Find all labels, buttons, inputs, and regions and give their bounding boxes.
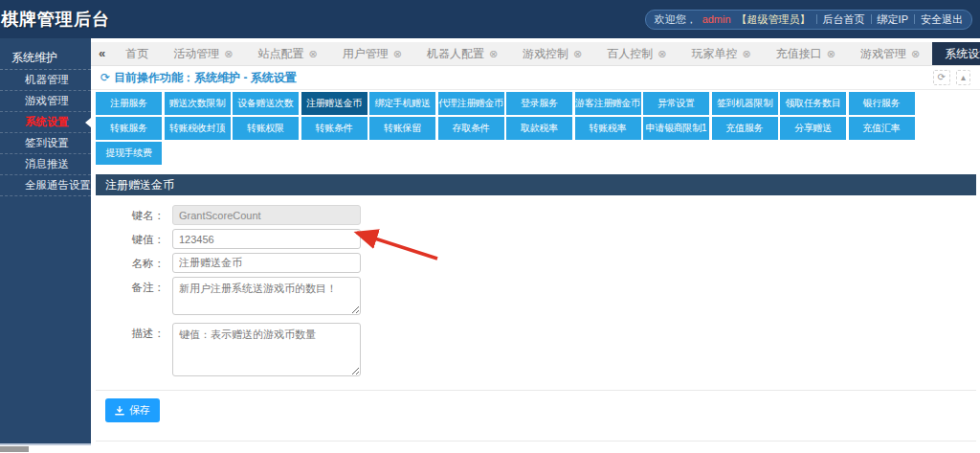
tabs-scroll-area: « 首页 活动管理 ⊗ 站点配置 ⊗ 用户管理 ⊗ 机器人配置 ⊗ 游戏控制 — [91, 42, 980, 65]
sidebar-item-label: 签到设置 — [25, 137, 69, 148]
settings-nav-button[interactable]: 存取条件 — [438, 117, 504, 140]
settings-nav-button[interactable]: 领取任务数目 — [780, 92, 846, 115]
link-backend-home[interactable]: 后台首页 — [823, 12, 865, 27]
sidebar-item-system-settings[interactable]: 系统设置 — [0, 112, 91, 133]
key-name-field[interactable] — [172, 205, 361, 225]
form-row-remark: 备注： 新用户注册系统送游戏币的数目！ — [107, 277, 980, 319]
tab-label: 活动管理 — [173, 46, 219, 62]
top-header: 棋牌管理后台 欢迎您， admin 【超级管理员】 后台首页 绑定IP 安全退出 — [0, 0, 980, 38]
tab-strip: « 首页 活动管理 ⊗ 站点配置 ⊗ 用户管理 ⊗ 机器人配置 ⊗ 游戏控制 — [91, 42, 980, 66]
tab-home[interactable]: 首页 — [113, 42, 161, 65]
link-bind-ip[interactable]: 绑定IP — [878, 12, 908, 27]
settings-nav-button[interactable]: 分享赠送 — [780, 117, 846, 140]
tab-game-management[interactable]: 游戏管理 ⊗ — [848, 42, 932, 65]
panel-title: 注册赠送金币 — [96, 174, 976, 195]
save-row: 保存 — [96, 391, 980, 431]
tab-hundred-player-control[interactable]: 百人控制 ⊗ — [594, 42, 679, 65]
tab-close-icon[interactable]: ⊗ — [308, 49, 317, 59]
tab-close-icon[interactable]: ⊗ — [743, 49, 751, 59]
form-row-name: 名称： — [107, 253, 980, 273]
form-row-description: 描述： 键值：表示赠送的游戏币数量 — [107, 323, 980, 380]
tab-site-config[interactable]: 站点配置 ⊗ — [245, 42, 329, 65]
sidebar-item-checkin-settings[interactable]: 签到设置 — [0, 133, 91, 154]
horizontal-scrollbar-thumb[interactable] — [0, 446, 29, 452]
settings-nav-button[interactable]: 转账保留 — [369, 117, 435, 140]
divider — [816, 14, 817, 24]
tab-label: 首页 — [125, 46, 148, 62]
sidebar-item-global-announcement[interactable]: 全服通告设置 — [0, 175, 91, 196]
settings-nav-button[interactable]: 注册服务 — [96, 92, 162, 115]
settings-nav: 注册服务 赠送次数限制 设备赠送次数 注册赠送金币 绑定手机赠送 代理注册赠金币… — [96, 92, 921, 167]
tab-robot-config[interactable]: 机器人配置 ⊗ — [414, 42, 510, 65]
user-role-badge: 【超级管理员】 — [737, 12, 811, 27]
tab-label: 充值接口 — [776, 46, 822, 62]
tab-game-control[interactable]: 游戏控制 ⊗ — [510, 42, 594, 65]
name-label: 名称： — [107, 253, 165, 273]
tab-activity-management[interactable]: 活动管理 ⊗ — [161, 42, 245, 65]
description-field[interactable]: 键值：表示赠送的游戏币数量 — [172, 323, 361, 376]
settings-nav-button[interactable]: 充值服务 — [712, 117, 778, 140]
name-field[interactable] — [172, 253, 361, 273]
settings-nav-button[interactable]: 赠送次数限制 — [165, 92, 231, 115]
settings-nav-button[interactable]: 绑定手机赠送 — [369, 92, 435, 115]
welcome-text: 欢迎您， — [655, 12, 697, 27]
sidebar-group-system-maintenance[interactable]: 系统维护 — [0, 46, 91, 70]
tab-user-management[interactable]: 用户管理 ⊗ — [330, 42, 414, 65]
breadcrumb-tools: ⟳ ▴ — [933, 70, 970, 85]
sidebar-item-message-push[interactable]: 消息推送 — [0, 154, 91, 175]
tab-label: 玩家单控 — [692, 46, 738, 62]
tab-close-icon[interactable]: ⊗ — [827, 49, 835, 59]
sidebar-item-game-management[interactable]: 游戏管理 — [0, 91, 91, 112]
tab-close-icon[interactable]: ⊗ — [573, 49, 582, 59]
settings-nav-button[interactable]: 签到机器限制 — [712, 92, 778, 115]
key-value-label: 键值： — [107, 229, 165, 249]
save-icon — [115, 406, 124, 416]
tab-label: 游戏控制 — [523, 46, 568, 62]
settings-nav-button[interactable]: 取款税率 — [506, 117, 572, 140]
tab-close-icon[interactable]: ⊗ — [489, 49, 498, 59]
remark-field[interactable]: 新用户注册系统送游戏币的数目！ — [172, 277, 361, 315]
tab-close-icon[interactable]: ⊗ — [393, 49, 402, 59]
refresh-icon[interactable]: ⟳ — [933, 70, 950, 85]
settings-form: 键名： 键值： 名称： 备注： 新用户注册系统送游戏币的 — [107, 205, 980, 380]
tab-close-icon[interactable]: ⊗ — [911, 49, 920, 59]
sidebar-item-label: 游戏管理 — [25, 95, 69, 106]
tab-player-single-control[interactable]: 玩家单控 ⊗ — [679, 42, 764, 65]
link-logout[interactable]: 安全退出 — [921, 12, 963, 27]
settings-nav-button[interactable]: 转账税率 — [575, 117, 641, 140]
user-session-bar: 欢迎您， admin 【超级管理员】 后台首页 绑定IP 安全退出 — [645, 10, 972, 30]
save-button[interactable]: 保存 — [105, 398, 160, 422]
sidebar-item-machine-management[interactable]: 机器管理 — [0, 70, 91, 91]
tab-system-settings[interactable]: 系统设置 ⊗ — [932, 42, 980, 65]
breadcrumb-marker-icon: ⟳ — [100, 71, 110, 84]
settings-nav-button[interactable]: 转账税收封顶 — [165, 117, 231, 140]
settings-nav-button[interactable]: 提现手续费 — [96, 142, 162, 165]
settings-nav-button[interactable]: 转账条件 — [301, 117, 368, 140]
divider — [871, 14, 872, 24]
tab-label: 站点配置 — [257, 46, 303, 62]
divider — [914, 14, 915, 24]
settings-nav-button[interactable]: 登录服务 — [506, 92, 572, 115]
tab-close-icon[interactable]: ⊗ — [657, 49, 666, 59]
settings-nav-button[interactable]: 代理注册赠金币 — [438, 92, 504, 115]
key-name-label: 键名： — [107, 205, 165, 225]
remark-label: 备注： — [107, 277, 165, 319]
collapse-icon[interactable]: ▴ — [956, 70, 970, 85]
settings-nav-button[interactable]: 转账权限 — [233, 117, 299, 140]
settings-nav-button[interactable]: 申请银商限制1 — [643, 117, 709, 140]
sidebar-item-label: 机器管理 — [25, 74, 69, 85]
tab-close-icon[interactable]: ⊗ — [224, 49, 233, 59]
settings-nav-button[interactable]: 游客注册赠金币 — [575, 92, 641, 115]
tabs-scroll-left-icon[interactable]: « — [91, 42, 113, 65]
settings-nav-button-active[interactable]: 注册赠送金币 — [301, 92, 368, 115]
settings-nav-button[interactable]: 银行服务 — [849, 92, 915, 115]
settings-nav-button[interactable]: 异常设置 — [643, 92, 709, 115]
key-value-field[interactable] — [172, 229, 361, 249]
settings-nav-button[interactable]: 转账服务 — [96, 117, 162, 140]
settings-nav-button[interactable]: 设备赠送次数 — [233, 92, 299, 115]
main-area: « 首页 活动管理 ⊗ 站点配置 ⊗ 用户管理 ⊗ 机器人配置 ⊗ 游戏控制 — [91, 38, 980, 442]
tab-label: 游戏管理 — [860, 46, 906, 62]
tab-label: 机器人配置 — [427, 46, 484, 62]
tab-recharge-interface[interactable]: 充值接口 ⊗ — [764, 42, 848, 65]
settings-nav-button[interactable]: 充值汇率 — [849, 117, 915, 140]
